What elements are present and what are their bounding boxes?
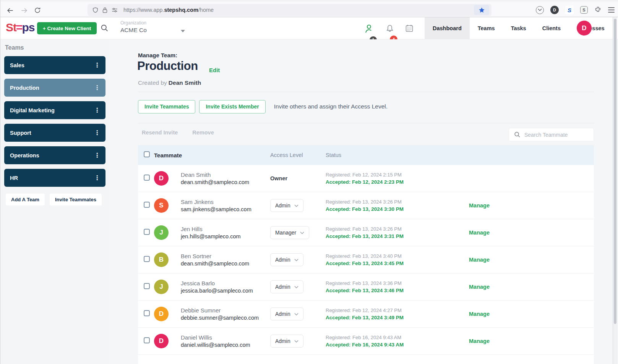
invite-teammates-button[interactable]: Invite Teammates — [138, 100, 195, 113]
kebab-menu-icon[interactable]: ⋮ — [94, 152, 99, 159]
row-checkbox[interactable] — [144, 202, 150, 208]
avatar: D — [154, 307, 169, 321]
sidebar-item-operations[interactable]: Operations ⋮ — [4, 146, 105, 164]
search-teammate-input[interactable] — [524, 128, 594, 141]
remove-button[interactable]: Remove — [192, 129, 214, 136]
calendar-icon[interactable] — [405, 24, 414, 34]
browser-window: https://www.app.stepshq.com/home D S S S… — [0, 0, 618, 364]
sidebar-item-production[interactable]: Production ⋮ — [4, 79, 105, 97]
edit-team-link[interactable]: Edit — [209, 67, 220, 73]
avatar-initial: S — [159, 202, 163, 209]
page-scrollbar[interactable] — [613, 17, 617, 364]
extension-d-icon[interactable]: D — [550, 6, 559, 14]
manage-link[interactable]: Manage — [469, 230, 490, 236]
sidebar-item-support[interactable]: Support ⋮ — [4, 124, 105, 142]
registered-date: Registered: Feb 12, 2024 2:15 PM — [326, 172, 463, 178]
sidebar-item-hr[interactable]: HR ⋮ — [4, 169, 105, 187]
kebab-menu-icon[interactable]: ⋮ — [94, 130, 99, 136]
sidebar-item-digital-marketing[interactable]: Digital Marketing ⋮ — [4, 101, 105, 119]
sidebar-invite-teammates-button[interactable]: Invite Teammates — [50, 194, 102, 205]
nav-item-clients[interactable]: Clients — [534, 17, 569, 39]
registered-date: Registered: Feb 16, 2024 9:43 AM — [326, 335, 463, 340]
access-level-dropdown[interactable]: Admin — [270, 335, 303, 348]
page-title: Production — [137, 59, 198, 73]
avatar: J — [154, 280, 169, 294]
access-level-value: Admin — [275, 257, 290, 263]
accepted-date: Accepted: Feb 13, 2024 3:49 PM — [326, 315, 463, 320]
manage-link[interactable]: Manage — [469, 284, 490, 290]
row-checkbox[interactable] — [144, 256, 150, 262]
table-row: D Dean Smith dean.smith@sampleco.com Own… — [138, 165, 594, 192]
access-level-dropdown[interactable]: Admin — [270, 280, 303, 293]
manage-link[interactable]: Manage — [469, 338, 490, 344]
column-header-status: Status — [326, 152, 463, 158]
chevron-down-icon — [300, 231, 304, 234]
row-checkbox[interactable] — [144, 229, 150, 235]
access-level-value: Admin — [275, 202, 290, 209]
nav-item-teams[interactable]: Teams — [470, 17, 503, 39]
nav-item-dashboard[interactable]: Dashboard — [425, 17, 470, 39]
kebab-menu-icon[interactable]: ⋮ — [94, 85, 99, 91]
kebab-menu-icon[interactable]: ⋮ — [94, 62, 99, 68]
nav-item-tasks[interactable]: Tasks — [503, 17, 534, 39]
teammate-name: Dean Smith — [181, 171, 270, 178]
kebab-menu-icon[interactable]: ⋮ — [94, 107, 99, 113]
add-a-team-button[interactable]: Add A Team — [6, 194, 45, 205]
row-checkbox[interactable] — [144, 337, 150, 343]
registered-date: Registered: Feb 13, 2024 3:26 PM — [326, 199, 463, 205]
manage-link[interactable]: Manage — [469, 202, 490, 209]
chevron-down-icon — [181, 27, 185, 34]
lock-icon[interactable] — [102, 7, 108, 13]
chevron-down-icon — [294, 259, 298, 261]
row-checkbox[interactable] — [144, 283, 150, 289]
row-checkbox[interactable] — [144, 175, 150, 181]
organization-dropdown[interactable]: Organization ACME Co — [120, 20, 185, 34]
forward-icon[interactable] — [19, 5, 29, 15]
pocket-icon[interactable] — [536, 6, 544, 14]
scrollbar-thumb[interactable] — [614, 19, 616, 324]
select-all-checkbox[interactable] — [144, 151, 150, 157]
bookmark-star-icon[interactable] — [474, 5, 489, 15]
teammate-email: dean.smith@sampleco.com — [181, 179, 270, 185]
search-icon[interactable] — [101, 24, 109, 34]
teammate-email: dean.smith@sampleco.com — [181, 260, 270, 267]
manage-link[interactable]: Manage — [469, 257, 490, 263]
created-by: Created byDean Smith — [138, 79, 201, 86]
chevron-down-icon — [294, 286, 298, 288]
extensions-puzzle-icon[interactable] — [594, 6, 602, 15]
manage-team-label: Manage Team: — [138, 52, 177, 58]
team-name-label: Sales — [10, 62, 94, 68]
kebab-menu-icon[interactable]: ⋮ — [94, 175, 99, 181]
access-level-dropdown[interactable]: Admin — [270, 253, 303, 266]
user-invites-icon[interactable] — [364, 23, 375, 35]
extension-s-icon[interactable]: S — [565, 6, 574, 14]
steps-logo[interactable]: St=ps — [6, 21, 35, 34]
menu-icon[interactable] — [608, 7, 615, 13]
notification-bell-icon[interactable] — [385, 23, 395, 34]
create-new-client-button[interactable]: + Create New Client — [37, 22, 97, 34]
access-level-dropdown[interactable]: Admin — [270, 199, 303, 212]
nav-item-label: Dashboard — [433, 25, 462, 31]
access-level-dropdown[interactable]: Manager — [270, 226, 309, 239]
resend-invite-button[interactable]: Resend Invite — [142, 129, 178, 136]
avatar-initial: J — [159, 229, 163, 236]
column-header-access-level: Access Level — [270, 152, 326, 158]
table-row: D Debbie Sumner debbie.sumner@sampleco.c… — [138, 301, 594, 328]
permissions-icon[interactable] — [111, 7, 118, 13]
extension-s2-icon[interactable]: S — [580, 6, 588, 14]
accepted-date: Accepted: Feb 16, 2024 9:43 AM — [326, 342, 463, 348]
url-text: https://www.app.stepshq.com/home — [123, 7, 214, 13]
registered-date: Registered: Feb 13, 2024 3:40 PM — [326, 253, 463, 259]
access-level-text: Owner — [270, 175, 287, 181]
manage-link[interactable]: Manage — [469, 311, 490, 317]
back-icon[interactable] — [5, 5, 15, 15]
access-level-dropdown[interactable]: Admin — [270, 307, 303, 320]
sidebar-item-sales[interactable]: Sales ⋮ — [4, 56, 105, 74]
row-checkbox[interactable] — [144, 310, 150, 316]
profile-avatar[interactable]: D — [577, 21, 592, 36]
shield-icon[interactable] — [92, 7, 99, 13]
teammate-name: Jessica Barlo — [181, 280, 270, 286]
refresh-icon[interactable] — [32, 5, 42, 15]
url-bar[interactable]: https://www.app.stepshq.com/home — [88, 4, 491, 16]
invite-exists-member-button[interactable]: Invite Exists Member — [199, 100, 265, 113]
